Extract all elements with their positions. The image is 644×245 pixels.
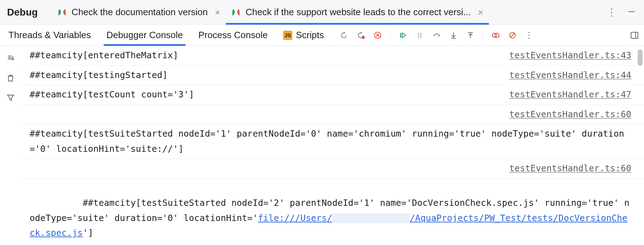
step-into-icon[interactable] bbox=[449, 31, 458, 40]
console-line: ##teamcity[testCount count='3'] testEven… bbox=[21, 85, 644, 105]
console-line: ##teamcity[testSuiteStarted nodeId='1' p… bbox=[21, 124, 644, 159]
js-badge-icon: JS bbox=[283, 31, 292, 40]
rerun-icon[interactable] bbox=[339, 31, 348, 40]
debug-console-body: ##teamcity[enteredTheMatrix] testEventsH… bbox=[0, 46, 644, 245]
toolwindow-header-actions: ⋮ bbox=[607, 7, 641, 18]
layout-settings-icon[interactable] bbox=[630, 31, 639, 40]
filter-icon[interactable] bbox=[6, 93, 15, 104]
console-viewport[interactable]: ##teamcity[enteredTheMatrix] testEventsH… bbox=[21, 46, 644, 245]
console-gutter bbox=[0, 46, 21, 245]
console-line: testEventsHandler.ts:60 bbox=[21, 159, 644, 179]
console-text: ##teamcity[enteredTheMatrix] bbox=[30, 48, 495, 63]
console-output: ##teamcity[enteredTheMatrix] testEventsH… bbox=[21, 46, 644, 245]
console-line: testEventsHandler.ts:60 bbox=[21, 105, 644, 125]
resume-icon[interactable] bbox=[398, 31, 407, 40]
redacted-user-path bbox=[332, 213, 410, 223]
console-source-link[interactable]: testEventsHandler.ts:44 bbox=[509, 68, 631, 83]
console-source-link[interactable]: testEventsHandler.ts:60 bbox=[509, 107, 631, 122]
tab-scripts[interactable]: JS Scripts bbox=[282, 25, 325, 46]
console-line: ##teamcity[testSuiteStarted nodeId='2' p… bbox=[21, 179, 644, 245]
rerun-failed-icon[interactable] bbox=[356, 31, 365, 40]
more-actions-icon[interactable]: ⋮ bbox=[607, 7, 616, 17]
run-config-tabs: Check the documentation version × Check … bbox=[52, 0, 489, 24]
playwright-mask-icon bbox=[231, 8, 241, 17]
stop-icon[interactable] bbox=[373, 31, 382, 40]
console-text: ##teamcity[testCount count='3'] bbox=[30, 87, 495, 102]
console-line: ##teamcity[testingStarted] testEventsHan… bbox=[21, 66, 644, 85]
toolbar-separator bbox=[483, 30, 483, 41]
console-line: ##teamcity[enteredTheMatrix] testEventsH… bbox=[21, 46, 644, 66]
debug-sub-tabs: Threads & Variables Debugger Console Pro… bbox=[0, 25, 644, 46]
svg-rect-2 bbox=[400, 33, 401, 38]
tab-debugger-console[interactable]: Debugger Console bbox=[105, 25, 184, 46]
step-out-icon[interactable] bbox=[466, 31, 475, 40]
svg-rect-3 bbox=[418, 33, 419, 38]
console-source-link[interactable]: testEventsHandler.ts:47 bbox=[509, 87, 631, 102]
tab-process-console[interactable]: Process Console bbox=[197, 25, 269, 46]
toolwindow-title: Debug bbox=[7, 7, 38, 18]
console-source-link[interactable]: testEventsHandler.ts:60 bbox=[509, 161, 631, 176]
clear-all-icon[interactable] bbox=[6, 73, 15, 84]
run-tab-label: Check if the support website leads to th… bbox=[245, 7, 471, 18]
console-text: ##teamcity[testSuiteStarted nodeId='1' p… bbox=[30, 126, 631, 156]
scrollbar-thumb[interactable] bbox=[638, 49, 643, 66]
scroll-to-end-icon[interactable] bbox=[6, 54, 15, 64]
debug-toolbar: ⋮ bbox=[339, 30, 533, 41]
pause-icon[interactable] bbox=[415, 31, 424, 40]
close-icon[interactable]: × bbox=[215, 8, 220, 17]
tab-threads-variables[interactable]: Threads & Variables bbox=[7, 25, 92, 46]
playwright-mask-icon bbox=[57, 8, 67, 17]
mute-breakpoints-icon[interactable] bbox=[508, 31, 517, 40]
run-tab-doc-version[interactable]: Check the documentation version × bbox=[52, 0, 226, 24]
more-debug-actions-icon[interactable]: ⋮ bbox=[525, 31, 533, 40]
view-breakpoints-icon[interactable] bbox=[491, 31, 500, 40]
run-tab-label: Check the documentation version bbox=[72, 7, 208, 18]
svg-point-0 bbox=[362, 36, 365, 39]
console-text-suffix: '] bbox=[83, 228, 93, 238]
toolbar-separator bbox=[390, 30, 390, 41]
svg-rect-8 bbox=[631, 32, 638, 38]
tab-scripts-label: Scripts bbox=[296, 30, 324, 41]
close-icon[interactable]: × bbox=[478, 8, 483, 17]
tool-window-header: Debug Check the documentation version × … bbox=[0, 0, 644, 25]
step-over-icon[interactable] bbox=[432, 31, 441, 40]
run-tab-support-site[interactable]: Check if the support website leads to th… bbox=[226, 0, 489, 24]
console-text: ##teamcity[testSuiteStarted nodeId='2' p… bbox=[30, 181, 631, 245]
console-text: ##teamcity[testingStarted] bbox=[30, 68, 495, 83]
minimize-toolwindow-icon[interactable] bbox=[627, 7, 636, 18]
console-source-link[interactable]: testEventsHandler.ts:43 bbox=[509, 48, 631, 63]
svg-rect-4 bbox=[420, 33, 421, 38]
